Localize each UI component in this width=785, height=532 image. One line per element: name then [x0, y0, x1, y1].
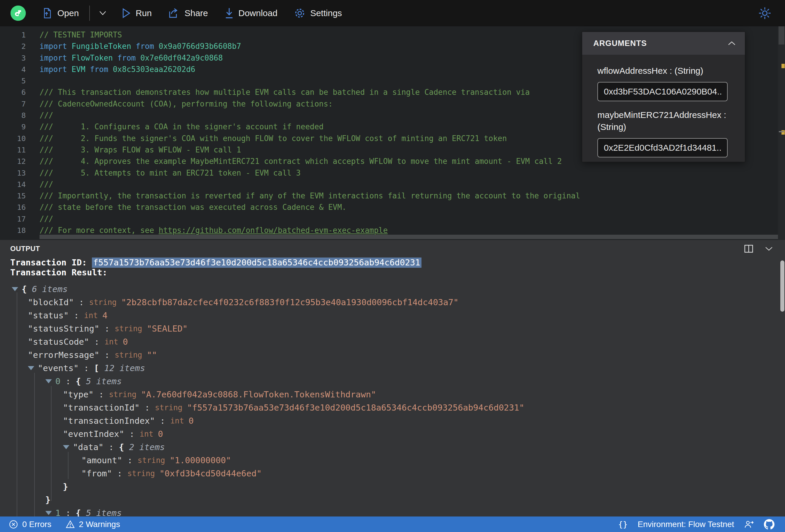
braces-icon: {}: [618, 520, 628, 529]
tree-row[interactable]: "from" : string "0xfd3b4cd50d44e6ed": [0, 467, 785, 480]
tree-row[interactable]: { 6 items: [0, 282, 785, 296]
open-dropdown-chevron[interactable]: [98, 10, 107, 16]
download-icon: [225, 7, 234, 19]
vertical-scrollbar-track[interactable]: [778, 26, 785, 240]
open-file-icon: [42, 8, 53, 19]
chevron-down-icon[interactable]: [764, 246, 773, 251]
line-number: 5: [0, 75, 26, 86]
run-button[interactable]: Run: [122, 8, 152, 19]
vertical-scrollbar-thumb[interactable]: [779, 26, 784, 45]
code-token: import: [40, 42, 72, 51]
json-brace: {: [76, 508, 81, 517]
json-key: "data": [73, 442, 104, 452]
split-columns-icon[interactable]: [744, 244, 753, 253]
errors-status[interactable]: 0 Errors: [9, 520, 52, 529]
json-brace: }: [45, 495, 50, 505]
horizontal-scrollbar[interactable]: [40, 235, 781, 239]
json-punct: :: [122, 455, 137, 465]
tree-row[interactable]: 1 : { 5 items: [0, 506, 785, 516]
code-line[interactable]: /// This transaction demonstrates how mu…: [40, 86, 580, 98]
download-button[interactable]: Download: [225, 7, 277, 19]
github-icon[interactable]: [764, 519, 775, 530]
line-number: 14: [0, 179, 26, 190]
tree-row[interactable]: "amount" : string "1.00000000": [0, 454, 785, 467]
tree-row[interactable]: "statusCode" : int 0: [0, 335, 785, 348]
code-token: /// 1. Configures a COA in the signer's …: [40, 122, 324, 131]
feedback-person-icon[interactable]: [744, 520, 754, 529]
tree-row[interactable]: "status" : int 4: [0, 309, 785, 322]
tree-row[interactable]: "blockId" : string "2b28cbfb87da2cfec4f0…: [0, 296, 785, 309]
tree-row[interactable]: 0 : { 5 items: [0, 375, 785, 388]
expand-triangle-icon[interactable]: [45, 511, 52, 515]
code-line[interactable]: import FungibleToken from 0x9a0766d93b66…: [40, 41, 580, 52]
expand-triangle-icon[interactable]: [28, 366, 34, 370]
tree-row[interactable]: "errorMessage" : string "": [0, 348, 785, 361]
json-brace: {: [22, 284, 27, 294]
code-line[interactable]: /// state before the transaction was exe…: [40, 202, 580, 213]
code-line[interactable]: /// 5. Attempts to mint an ERC721 token …: [40, 168, 580, 179]
flow-logo-icon[interactable]: [10, 5, 26, 21]
expand-triangle-icon[interactable]: [63, 445, 69, 449]
tree-row[interactable]: "data" : { 2 items: [0, 440, 785, 454]
code-line[interactable]: /// 4. Approves the example MaybeMintERC…: [40, 156, 580, 167]
transaction-id-value[interactable]: f557a1573b76aa53e73d46f3e10d200d5c18a653…: [92, 257, 421, 268]
code-line[interactable]: ///: [40, 213, 580, 225]
code-line[interactable]: import FlowToken from 0x7e60df042a9c0868: [40, 52, 580, 64]
share-label: Share: [184, 8, 208, 18]
tree-row[interactable]: }: [0, 493, 785, 506]
comment-link[interactable]: https://github.com/onflow/batched-evm-ex…: [159, 226, 388, 235]
code-line[interactable]: /// Importantly, the transaction is reve…: [40, 190, 580, 202]
json-str: "SEALED": [147, 324, 187, 334]
json-str: 4: [102, 310, 107, 321]
code-line[interactable]: ///: [40, 110, 580, 121]
expand-triangle-icon[interactable]: [12, 287, 18, 291]
json-punct: :: [89, 337, 104, 347]
code-line[interactable]: import EVM from 0x8c5303eaa26202d6: [40, 64, 580, 75]
top-toolbar: Open Run Share: [0, 0, 785, 26]
tree-row[interactable]: }: [0, 480, 785, 493]
tree-row[interactable]: "events" : [ 12 items: [0, 361, 785, 375]
code-token: ///: [40, 111, 53, 120]
json-str: "f557a1573b76aa53e73d46f3e10d200d5c18a65…: [187, 403, 524, 413]
json-brace: [: [94, 363, 99, 373]
code-line[interactable]: ///: [40, 179, 580, 190]
code-line[interactable]: /// CadenceOwnedAccount (COA), performin…: [40, 98, 580, 110]
tree-row[interactable]: "eventIndex" : int 0: [0, 427, 785, 440]
argument-input[interactable]: [598, 82, 728, 101]
code-line[interactable]: /// 1. Configures a COA in the signer's …: [40, 121, 580, 132]
json-idx: 1: [55, 508, 60, 517]
tree-row[interactable]: "transactionId" : string "f557a1573b76aa…: [0, 401, 785, 414]
code-line[interactable]: [40, 75, 580, 86]
code-line[interactable]: /// 2. Funds the signer's COA with enoug…: [40, 133, 580, 144]
code-token: /// 4. Approves the example MaybeMintERC…: [40, 157, 562, 166]
json-punct: :: [104, 442, 119, 452]
json-str: 0: [123, 337, 128, 347]
json-brace: }: [63, 482, 68, 491]
code-token: FlowToken: [72, 54, 113, 62]
expand-triangle-icon[interactable]: [45, 379, 52, 383]
collapse-panel-button[interactable]: [727, 41, 736, 46]
theme-sun-icon[interactable]: [758, 6, 771, 20]
chevron-up-icon: [727, 41, 736, 46]
output-body: Transaction ID: f557a1573b76aa53e73d46f3…: [0, 257, 785, 516]
arguments-panel-header[interactable]: ARGUMENTS: [582, 32, 745, 55]
line-number: 16: [0, 202, 26, 213]
line-number: 11: [0, 144, 26, 156]
output-scrollbar-thumb[interactable]: [780, 260, 784, 312]
settings-button[interactable]: Settings: [294, 7, 342, 19]
tree-row[interactable]: "transactionIndex" : int 0: [0, 414, 785, 427]
environment-label[interactable]: Environment: Flow Testnet: [638, 520, 734, 529]
json-key: "transactionIndex": [63, 416, 155, 426]
code-line[interactable]: /// 3. Wraps FLOW as WFLOW - EVM call 1: [40, 144, 580, 156]
argument-label: wflowAddressHex : (String): [598, 65, 732, 77]
json-count: 12 items: [99, 363, 145, 373]
json-typetag: string: [115, 351, 147, 359]
share-button[interactable]: Share: [168, 8, 208, 19]
open-button[interactable]: Open: [42, 8, 79, 19]
tree-row[interactable]: "statusString" : string "SEALED": [0, 322, 785, 335]
json-str: "1.00000000": [170, 455, 231, 465]
warnings-status[interactable]: 2 Warnings: [66, 520, 120, 529]
tree-row[interactable]: "type" : string "A.7e60df042a9c0868.Flow…: [0, 388, 785, 401]
code-line[interactable]: // TESTNET IMPORTS: [40, 29, 580, 41]
argument-input[interactable]: [598, 138, 728, 157]
